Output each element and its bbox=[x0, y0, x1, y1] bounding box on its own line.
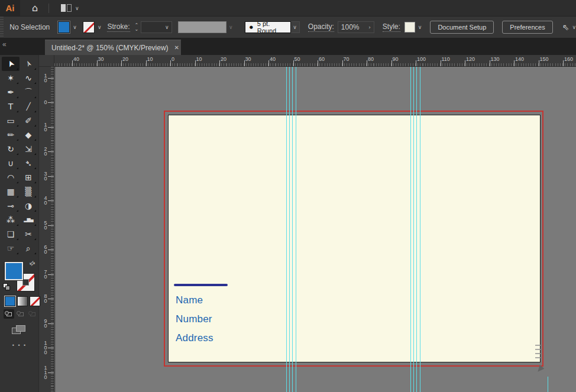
guide-line[interactable] bbox=[292, 67, 293, 392]
opacity-label[interactable]: Opacity: bbox=[308, 22, 334, 32]
artboard-text-address[interactable]: Address bbox=[176, 332, 213, 344]
line-segment-tool-icon: ╱ bbox=[26, 103, 30, 110]
draw-inside-button bbox=[27, 309, 38, 319]
ruler-tick bbox=[416, 60, 416, 66]
style-swatch[interactable] bbox=[405, 22, 415, 33]
edit-toolbar-icon[interactable]: • • • bbox=[0, 342, 39, 348]
guide-line[interactable] bbox=[413, 67, 414, 392]
document-setup-button[interactable]: Document Setup bbox=[430, 21, 494, 34]
type-tool[interactable]: T bbox=[2, 99, 20, 114]
style-label[interactable]: Style: bbox=[383, 22, 400, 32]
home-icon[interactable]: ⌂ bbox=[25, 0, 45, 16]
guide-line[interactable] bbox=[286, 67, 287, 392]
brush-dropdown-button[interactable]: ∨ bbox=[291, 21, 300, 33]
width-tool[interactable]: ∪ bbox=[2, 156, 20, 170]
guide-line[interactable] bbox=[420, 67, 420, 392]
artboard-tool[interactable]: ❏ bbox=[2, 227, 20, 241]
canvas[interactable]: NameNumberAddress bbox=[54, 67, 576, 392]
guide-line[interactable] bbox=[548, 377, 548, 392]
mesh-tool-icon: ▦ bbox=[7, 187, 14, 196]
brush-definition-field[interactable]: ● 5 pt. Round bbox=[245, 21, 291, 33]
line-segment-tool[interactable]: ╱ bbox=[20, 99, 37, 114]
curvature-tool[interactable]: ⌒ bbox=[20, 85, 37, 99]
rotate-tool[interactable]: ↻ bbox=[2, 142, 20, 156]
column-graph-tool[interactable]: ▂▆▄ bbox=[20, 213, 37, 227]
decorative-rule[interactable] bbox=[174, 284, 228, 286]
chevron-down-icon[interactable]: ∨ bbox=[98, 24, 102, 30]
none-button[interactable] bbox=[30, 296, 40, 306]
mesh-tool[interactable]: ▦ bbox=[2, 184, 20, 199]
selection-tool[interactable]: ➤ bbox=[2, 57, 20, 71]
stepper-down-icon[interactable]: ⌄ bbox=[135, 27, 139, 31]
panel-grip[interactable] bbox=[0, 17, 4, 38]
ruler-tick bbox=[48, 250, 54, 250]
stroke-color-swatch[interactable] bbox=[83, 21, 95, 33]
ruler-label: 130 bbox=[491, 56, 500, 62]
direct-selection-tool[interactable]: ➢ bbox=[20, 57, 37, 71]
default-fill-stroke-icon[interactable] bbox=[3, 283, 11, 291]
guide-line[interactable] bbox=[289, 67, 290, 392]
lasso-tool[interactable]: ∿ bbox=[20, 71, 37, 85]
guide-line[interactable] bbox=[410, 67, 411, 392]
color-button[interactable] bbox=[5, 296, 15, 306]
eraser-tool[interactable]: ◆ bbox=[20, 128, 37, 142]
close-tab-icon[interactable]: ✕ bbox=[174, 44, 179, 51]
slice-tool[interactable]: ✂ bbox=[20, 227, 37, 241]
paintbrush-tool[interactable]: ✐ bbox=[20, 114, 37, 128]
zoom-tool[interactable]: ⌕ bbox=[20, 241, 37, 255]
ruler-corner[interactable] bbox=[39, 55, 54, 67]
ruler-tick bbox=[219, 60, 220, 66]
ruler-tick bbox=[48, 200, 54, 201]
fill-color-swatch[interactable] bbox=[58, 21, 70, 33]
rectangle-tool[interactable]: ▭ bbox=[2, 114, 20, 128]
fill-indicator[interactable] bbox=[5, 262, 23, 280]
opacity-field[interactable]: 100% › bbox=[338, 21, 374, 33]
document-tab[interactable]: Untitled-2* @ 150% (CMYK/Preview) ✕ bbox=[45, 40, 181, 55]
puppet-warp-tool[interactable]: ➴ bbox=[20, 156, 37, 170]
stroke-color-control[interactable]: ∨ bbox=[83, 21, 102, 33]
artboard-text-name[interactable]: Name bbox=[176, 294, 203, 306]
direct-selection-tool-icon: ➢ bbox=[23, 59, 34, 69]
perspective-grid-tool[interactable]: ⊞ bbox=[20, 170, 37, 184]
swap-fill-stroke-icon[interactable]: ⇆ bbox=[28, 259, 37, 268]
fill-color-control[interactable]: ∨ bbox=[58, 21, 77, 33]
ruler-tick bbox=[48, 151, 54, 152]
vertical-ruler[interactable]: 100102030405060708090100110 bbox=[39, 67, 54, 392]
horizontal-ruler[interactable]: 4030201001020304050607080901001101201301… bbox=[54, 55, 576, 67]
chevron-right-icon[interactable]: › bbox=[368, 24, 371, 30]
pencil-tool[interactable]: ✏ bbox=[2, 128, 20, 142]
change-screen-mode-icon[interactable] bbox=[12, 325, 27, 336]
hand-tool[interactable]: ☞ bbox=[2, 241, 20, 255]
eyedropper-tool[interactable]: ⊸ bbox=[2, 199, 20, 213]
collapse-panel-icon[interactable]: « bbox=[2, 40, 7, 48]
pointer-preferences-control[interactable]: ⇖ ∨ bbox=[562, 22, 576, 32]
brush-name: 5 pt. Round bbox=[257, 20, 290, 34]
blend-tool[interactable]: ◑ bbox=[20, 199, 37, 213]
shaper-tool[interactable]: ◠ bbox=[2, 170, 20, 184]
chevron-down-icon[interactable]: ∨ bbox=[73, 24, 77, 30]
gradient-tool[interactable]: ▒ bbox=[20, 184, 37, 199]
stroke-weight-stepper[interactable]: ⌃ ⌄ bbox=[135, 23, 139, 31]
arrange-documents-control[interactable]: ∨ bbox=[61, 4, 79, 12]
pen-tool-icon: ✒ bbox=[7, 88, 14, 96]
free-transform-tool[interactable]: ⇲ bbox=[20, 142, 37, 156]
stroke-weight-label[interactable]: Stroke: bbox=[107, 22, 130, 32]
symbol-sprayer-tool[interactable]: ⁂ bbox=[2, 213, 20, 227]
ruler-label: 70 bbox=[344, 56, 350, 62]
stroke-weight-select[interactable]: ∨ bbox=[141, 21, 171, 33]
artboard-corner-widget bbox=[535, 345, 541, 360]
artboard[interactable] bbox=[168, 115, 541, 362]
preferences-button[interactable]: Preferences bbox=[502, 21, 552, 34]
draw-behind-button[interactable] bbox=[15, 309, 26, 319]
draw-normal-button[interactable] bbox=[4, 309, 14, 319]
magic-wand-tool[interactable]: ✶ bbox=[2, 71, 20, 85]
artboard-text-number[interactable]: Number bbox=[176, 313, 212, 325]
app-logo[interactable]: Ai bbox=[0, 0, 20, 16]
opacity-value[interactable]: 100% bbox=[341, 23, 360, 31]
guide-line[interactable] bbox=[296, 67, 296, 392]
ruler-label: 50 bbox=[295, 56, 300, 62]
gradient-button[interactable] bbox=[17, 296, 28, 306]
pen-tool[interactable]: ✒ bbox=[2, 85, 20, 99]
chevron-down-icon[interactable]: ∨ bbox=[418, 24, 422, 30]
guide-line[interactable] bbox=[416, 67, 417, 392]
